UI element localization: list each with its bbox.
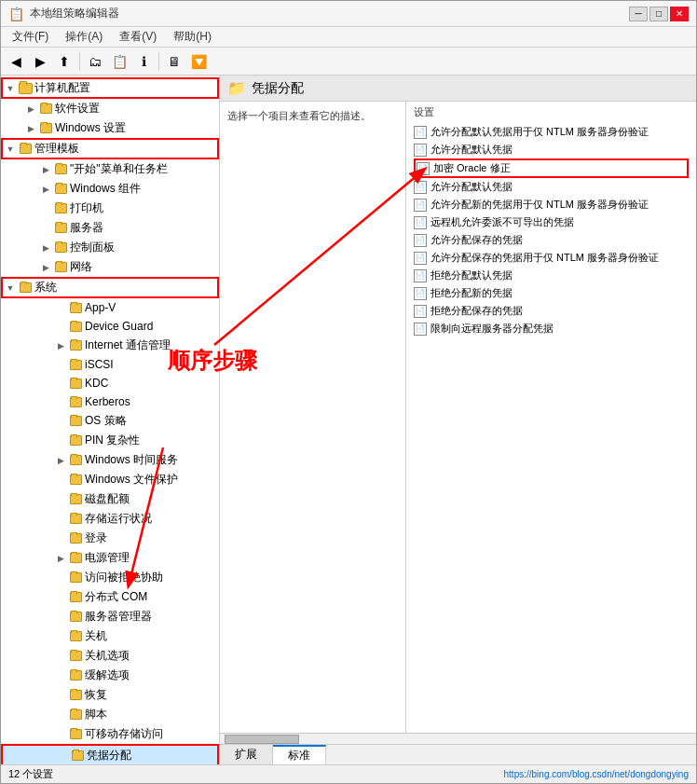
up-button[interactable]: ⬆ <box>53 50 75 73</box>
tree-node-fuwuqiguanliqi[interactable]: 服务器管理器 <box>1 607 219 626</box>
menu-help[interactable]: 帮助(H) <box>166 27 219 47</box>
toggle-kaishi[interactable]: ▶ <box>38 162 53 177</box>
close-button[interactable]: ✕ <box>670 7 689 21</box>
toggle-internet[interactable]: ▶ <box>53 338 68 353</box>
tree-node-appv[interactable]: App-V <box>1 298 219 317</box>
filter-button[interactable]: 🔽 <box>187 50 210 73</box>
tree-label-os: OS 策略 <box>85 413 127 429</box>
tree-node-winzujian[interactable]: ▶ Windows 组件 <box>1 179 219 199</box>
tree-node-jiaoben[interactable]: 脚本 <box>1 705 219 724</box>
folder-icon-winzujian <box>53 183 68 196</box>
back-button[interactable]: ◀ <box>5 50 27 73</box>
toggle-ruanjian[interactable]: ▶ <box>23 102 38 117</box>
list-item[interactable]: 📄 允许分配默认凭据 <box>414 178 689 196</box>
list-item[interactable]: 📄 允许分配默认凭据用于仅 NTLM 服务器身份验证 <box>414 123 689 141</box>
list-item[interactable]: 📄 允许分配新的凭据用于仅 NTLM 服务器身份验证 <box>414 196 689 213</box>
tree-node-guanli[interactable]: ▼ 管理模板 <box>1 138 219 159</box>
folder-icon-kerberos <box>68 395 83 408</box>
tree-node-winshijian[interactable]: ▶ Windows 时间服务 <box>1 450 219 470</box>
tree-node-iscsi[interactable]: iSCSI <box>1 355 219 374</box>
list-item[interactable]: 📄 允许分配保存的凭据 <box>414 231 689 249</box>
maximize-button[interactable]: □ <box>649 7 668 21</box>
tree-node-kerberos[interactable]: Kerberos <box>1 392 219 411</box>
tree-label-fangwen: 访问被拒绝协助 <box>85 570 163 585</box>
description-panel: 选择一个项目来查看它的描述。 <box>220 102 406 733</box>
folder-icon-appv <box>68 301 83 314</box>
tree-label-huifu: 恢复 <box>85 687 107 703</box>
tree-node-ruanjian[interactable]: ▶ 软件设置 <box>1 99 219 118</box>
toggle-dianyuan[interactable]: ▶ <box>53 551 68 566</box>
tree-panel[interactable]: ▼ 计算机配置 ▶ 软件设置 ▶ Windows 设置 ▼ 管理模板 <box>1 76 220 764</box>
toggle-winzujian[interactable]: ▶ <box>38 182 53 197</box>
tree-node-dayinji[interactable]: 打印机 <box>1 199 219 218</box>
horiz-scrollbar-thumb[interactable] <box>225 735 299 744</box>
tree-label-cunchu: 存储运行状况 <box>85 511 152 527</box>
tree-node-huifu[interactable]: 恢复 <box>1 685 219 705</box>
menu-view[interactable]: 查看(V) <box>112 27 164 47</box>
tree-node-fangwen[interactable]: 访问被拒绝协助 <box>1 568 219 587</box>
show-hide-button[interactable]: 🗂 <box>84 50 106 73</box>
list-item[interactable]: 📄 允许分配保存的凭据用于仅 NTLM 服务器身份验证 <box>414 249 689 267</box>
tree-node-guanji[interactable]: 关机 <box>1 626 219 646</box>
tree-node-kdc[interactable]: KDC <box>1 374 219 392</box>
list-item[interactable]: 📄 允许分配默认凭据 <box>414 141 689 158</box>
tree-node-kongzhimianban[interactable]: ▶ 控制面板 <box>1 238 219 257</box>
toggle-winshijian[interactable]: ▶ <box>53 453 68 468</box>
toggle-denglu <box>53 531 68 546</box>
list-item[interactable]: 📄 远程机允许委派不可导出的凭据 <box>414 213 689 231</box>
tree-label-pin: PIN 复杂性 <box>85 433 140 448</box>
tree-node-guanji-xuanxiang[interactable]: 关机选项 <box>1 646 219 666</box>
list-item[interactable]: 📄 拒绝分配默认凭据 <box>414 267 689 284</box>
list-item[interactable]: 📄 加密 Oracle 修正 <box>414 158 689 178</box>
new-window-button[interactable]: 🖥 <box>163 50 185 73</box>
tree-node-pin[interactable]: PIN 复杂性 <box>1 431 219 450</box>
list-item[interactable]: 📄 拒绝分配保存的凭据 <box>414 302 689 320</box>
title-bar: 📋 本地组策略编辑器 ─ □ ✕ <box>1 1 696 27</box>
right-panel-header: 📁 凭据分配 <box>220 76 696 102</box>
tree-node-yidong[interactable]: 可移动存储访问 <box>1 724 219 744</box>
tree-node-piaoju[interactable]: 凭据分配 <box>1 744 219 764</box>
toggle-wangluo[interactable]: ▶ <box>38 260 53 275</box>
menu-file[interactable]: 文件(F) <box>5 27 56 47</box>
view-button[interactable]: 📋 <box>108 50 130 73</box>
tree-label-wangluo: 网络 <box>70 259 92 275</box>
tab-expand[interactable]: 扩展 <box>220 745 273 764</box>
tree-node-huanjie[interactable]: 缓解选项 <box>1 666 219 685</box>
tree-node-kaishi[interactable]: ▶ "开始"菜单和任务栏 <box>1 159 219 179</box>
tree-node-cunchu[interactable]: 存储运行状况 <box>1 509 219 529</box>
menu-action[interactable]: 操作(A) <box>58 27 110 47</box>
folder-icon-dianyuan <box>68 552 83 565</box>
tree-node-wangluo[interactable]: ▶ 网络 <box>1 257 219 277</box>
folder-icon-os <box>68 415 83 428</box>
forward-button[interactable]: ▶ <box>29 50 51 73</box>
tree-node-xitong[interactable]: ▼ 系统 <box>1 277 219 298</box>
horiz-scrollbar[interactable] <box>220 733 696 744</box>
minimize-button[interactable]: ─ <box>629 7 648 21</box>
properties-button[interactable]: ℹ <box>132 50 155 73</box>
folder-icon-kaishi <box>53 163 68 176</box>
tree-label-deviceguard: Device Guard <box>85 320 153 333</box>
list-item[interactable]: 📄 限制向远程服务器分配凭据 <box>414 320 689 337</box>
tree-node-windows[interactable]: ▶ Windows 设置 <box>1 118 219 138</box>
tree-node-fuwuqi[interactable]: 服务器 <box>1 218 219 238</box>
tree-node-fenbushi[interactable]: 分布式 COM <box>1 587 219 607</box>
list-item[interactable]: 📄 拒绝分配新的凭据 <box>414 284 689 302</box>
toggle-guanli[interactable]: ▼ <box>3 142 18 157</box>
tree-label-jiaoben: 脚本 <box>85 707 107 722</box>
tree-node-internet[interactable]: ▶ Internet 通信管理 <box>1 336 219 355</box>
toggle-jisuanji[interactable]: ▼ <box>3 81 18 96</box>
tree-node-jisuanji[interactable]: ▼ 计算机配置 <box>1 77 219 99</box>
toggle-windows[interactable]: ▶ <box>23 121 38 136</box>
toggle-xitong[interactable]: ▼ <box>3 281 18 296</box>
tree-node-deviceguard[interactable]: Device Guard <box>1 317 219 336</box>
menu-bar: 文件(F) 操作(A) 查看(V) 帮助(H) <box>1 27 696 48</box>
tree-node-os[interactable]: OS 策略 <box>1 411 219 431</box>
toggle-kongzhimianban[interactable]: ▶ <box>38 241 53 255</box>
toggle-fuwuqi <box>38 221 53 236</box>
tree-node-winwenjian[interactable]: Windows 文件保护 <box>1 470 219 489</box>
setting-icon-5: 📄 <box>414 216 427 229</box>
tab-standard[interactable]: 标准 <box>273 745 326 764</box>
tree-node-denglu[interactable]: 登录 <box>1 529 219 548</box>
tree-node-dianyuan[interactable]: ▶ 电源管理 <box>1 548 219 568</box>
tree-node-cipan[interactable]: 磁盘配额 <box>1 489 219 509</box>
